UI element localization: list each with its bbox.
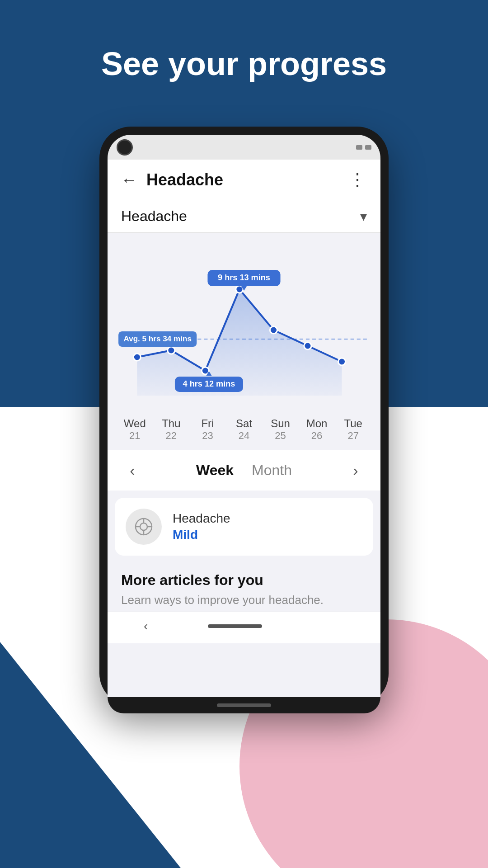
x-axis-item-5: Mon 26	[299, 417, 335, 442]
svg-text:9 hrs 13 mins: 9 hrs 13 mins	[218, 273, 270, 282]
system-back-button[interactable]: ‹	[144, 619, 148, 633]
status-dot-2	[365, 145, 371, 150]
app-bar: ← Headache ⋮	[108, 160, 380, 200]
svg-point-18	[140, 523, 147, 530]
x-date-4: 25	[275, 430, 286, 442]
next-period-button[interactable]: ›	[344, 462, 367, 479]
x-day-3: Sat	[236, 417, 252, 430]
phone-camera	[117, 139, 133, 156]
symptom-info: Headache Mild	[173, 511, 230, 542]
phone-screen: ← Headache ⋮ Headache ▾	[108, 160, 380, 697]
back-button[interactable]: ←	[121, 170, 137, 189]
home-indicator[interactable]	[208, 624, 262, 628]
x-day-2: Fri	[201, 417, 214, 430]
home-indicator-pill	[217, 703, 271, 707]
x-date-6: 27	[347, 430, 358, 442]
chart-container: 9 hrs 13 mins 4 hrs 12 mins Avg. 5 hrs 3…	[108, 233, 380, 450]
app-bar-title: Headache	[146, 170, 340, 189]
x-date-5: 26	[311, 430, 322, 442]
articles-subtitle: Learn ways to improve your headache.	[121, 593, 367, 607]
x-axis-item-3: Sat 24	[226, 417, 262, 442]
svg-text:4 hrs 12 mins: 4 hrs 12 mins	[183, 379, 235, 388]
phone-device: ← Headache ⋮ Headache ▾	[99, 127, 389, 705]
prev-period-button[interactable]: ‹	[121, 462, 144, 479]
symptom-severity: Mild	[173, 528, 230, 542]
x-date-3: 24	[239, 430, 249, 442]
dropdown-label: Headache	[121, 208, 360, 225]
svg-point-7	[304, 342, 311, 349]
svg-text:Avg. 5 hrs 34 mins: Avg. 5 hrs 34 mins	[123, 335, 192, 343]
x-axis-item-4: Sun 25	[263, 417, 299, 442]
status-dot-1	[356, 145, 362, 150]
month-tab[interactable]: Month	[252, 462, 292, 479]
x-day-1: Thu	[162, 417, 180, 430]
x-day-5: Mon	[306, 417, 328, 430]
svg-point-2	[133, 354, 141, 361]
period-nav: ‹ Week Month ›	[108, 450, 380, 491]
symptom-name: Headache	[173, 511, 230, 526]
hero-title: See your progress	[0, 45, 488, 83]
svg-point-3	[168, 347, 175, 354]
symptom-icon	[126, 509, 162, 545]
svg-point-8	[338, 358, 345, 365]
bottom-bar: ‹	[108, 612, 380, 643]
symptom-dropdown[interactable]: Headache ▾	[108, 200, 380, 233]
x-date-1: 22	[166, 430, 177, 442]
x-date-2: 23	[202, 430, 213, 442]
phone-status-right	[356, 145, 371, 150]
x-day-4: Sun	[271, 417, 290, 430]
x-day-6: Tue	[344, 417, 362, 430]
x-axis: Wed 21 Thu 22 Fri 23 Sat 24	[112, 417, 376, 442]
x-axis-item-0: Wed 21	[117, 417, 153, 442]
week-tab[interactable]: Week	[196, 462, 234, 479]
more-menu-button[interactable]: ⋮	[349, 170, 367, 190]
articles-section: More articles for you Learn ways to impr…	[108, 563, 380, 612]
chart-svg: 9 hrs 13 mins 4 hrs 12 mins Avg. 5 hrs 3…	[112, 242, 376, 414]
phone-wrapper: ← Headache ⋮ Headache ▾	[99, 127, 389, 705]
x-axis-item-1: Thu 22	[153, 417, 189, 442]
x-day-0: Wed	[124, 417, 146, 430]
x-date-0: 21	[129, 430, 140, 442]
dropdown-arrow-icon: ▾	[360, 208, 367, 224]
phone-notch-bar	[108, 135, 380, 160]
phone-bottom-pill	[108, 697, 380, 713]
period-tabs: Week Month	[196, 462, 292, 479]
svg-point-6	[270, 326, 277, 334]
articles-title: More articles for you	[121, 572, 367, 589]
x-axis-item-2: Fri 23	[189, 417, 225, 442]
symptom-card[interactable]: Headache Mild	[115, 498, 373, 556]
x-axis-item-6: Tue 27	[335, 417, 371, 442]
